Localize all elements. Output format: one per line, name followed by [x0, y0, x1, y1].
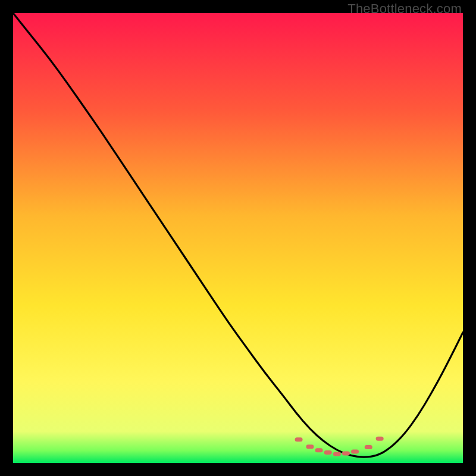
marker-dot — [315, 448, 323, 452]
marker-dot — [306, 444, 314, 449]
gradient-background — [13, 13, 463, 463]
chart-svg — [13, 13, 463, 463]
marker-dot — [324, 450, 332, 455]
chart-frame — [13, 13, 463, 463]
marker-dot — [365, 445, 372, 449]
marker-dot — [295, 437, 303, 441]
marker-dot — [351, 450, 359, 454]
marker-dot — [333, 452, 341, 456]
marker-dot — [376, 437, 384, 441]
watermark-text: TheBottleneck.com — [347, 1, 462, 17]
marker-dot — [342, 452, 350, 456]
